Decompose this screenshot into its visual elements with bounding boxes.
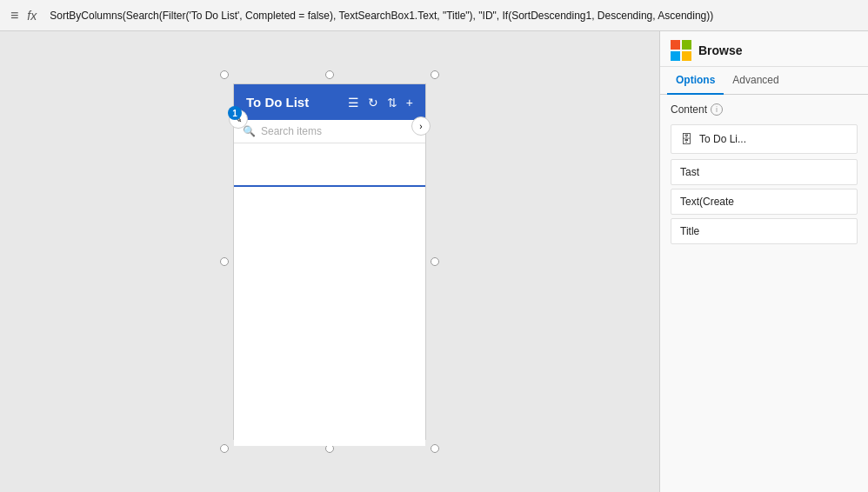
formula-input[interactable] [50,10,861,22]
formula-bar: ≡ fx [0,0,868,31]
edit-button[interactable]: ✎ 1 [229,110,248,129]
sidebar-title: Browse [698,43,743,57]
sort-icon[interactable]: ⇅ [387,96,397,110]
search-bar: 🔍 Search items [234,120,425,143]
canvas-area: ✎ 1 › To Do List ☰ ↻ ⇅ + 🔍 Search ite [0,31,659,492]
menu-icon[interactable]: ≡ [7,4,22,27]
sidebar-header: Browse [660,31,868,67]
info-icon[interactable]: i [711,103,723,116]
data-source-label: To Do Li... [699,133,746,145]
refresh-icon[interactable]: ↻ [368,96,378,110]
search-placeholder: Search items [261,125,322,137]
content-label-row: Content i [671,103,858,116]
data-source-item[interactable]: 🗄 To Do Li... [671,124,858,154]
ms-logo-q1 [671,40,680,50]
ms-logo-q4 [682,51,691,61]
badge: 1 [228,106,242,120]
handle-top-right[interactable] [431,70,439,79]
list-area-bottom [234,187,425,446]
handle-top-mid[interactable] [325,70,334,79]
header-icons: ☰ ↻ ⇅ + [348,96,413,110]
handle-bottom-left[interactable] [220,444,229,453]
handle-bottom-right[interactable] [431,444,439,453]
handle-mid-right[interactable] [431,257,439,266]
db-icon: 🗄 [680,132,692,146]
list-area-top [234,143,425,187]
phone-screen: To Do List ☰ ↻ ⇅ + 🔍 Search items [233,83,426,440]
field-item-0[interactable]: Tast [671,159,858,185]
ms-logo-q3 [671,51,680,61]
sidebar-tabs: Options Advanced [660,67,868,95]
add-icon[interactable]: + [406,96,413,110]
ms-logo-q2 [682,40,691,50]
nav-right-button[interactable]: › [411,116,431,136]
search-icon: 🔍 [243,125,256,137]
content-label-text: Content [671,103,707,116]
field-item-1[interactable]: Text(Create [671,189,858,215]
fx-label: fx [27,9,44,23]
tab-options[interactable]: Options [667,67,724,95]
app-header: To Do List ☰ ↻ ⇅ + [234,84,425,120]
handle-top-left[interactable] [220,70,229,79]
sidebar-content: Content i 🗄 To Do Li... Tast Text(Create… [660,95,868,492]
app-title: To Do List [246,95,339,110]
nav-right-icon: › [419,122,422,131]
sidebar: Browse Options Advanced Content i 🗄 To D… [659,31,868,492]
field-item-2[interactable]: Title [671,218,858,244]
tab-advanced[interactable]: Advanced [724,67,787,95]
list-icon[interactable]: ☰ [348,96,359,110]
phone-mockup: ✎ 1 › To Do List ☰ ↻ ⇅ + 🔍 Search ite [224,75,435,449]
handle-mid-left[interactable] [220,257,229,266]
ms-logo [671,40,691,61]
